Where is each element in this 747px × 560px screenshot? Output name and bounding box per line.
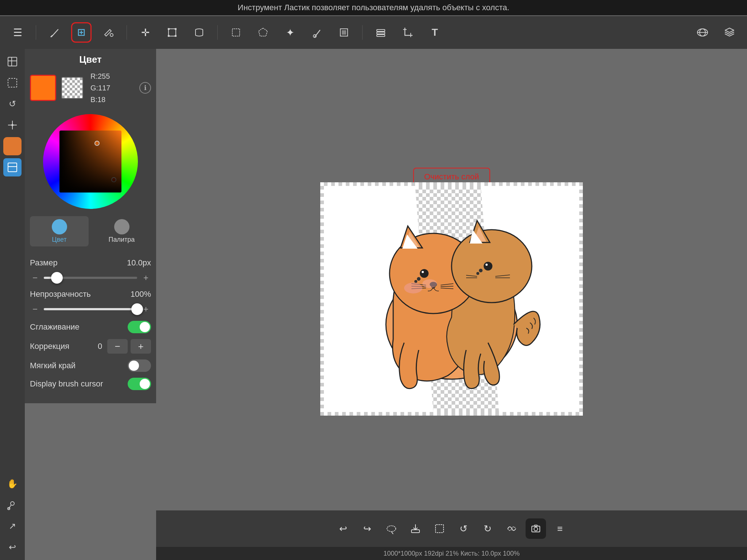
smoothing-toggle[interactable]	[128, 321, 151, 333]
rotate-ccw-button[interactable]: ↺	[453, 518, 474, 539]
size-plus[interactable]: +	[141, 273, 151, 283]
guides-button[interactable]	[3, 116, 22, 134]
tab-color[interactable]: Цвет	[30, 216, 89, 246]
correction-minus-btn[interactable]: −	[107, 339, 128, 354]
svg-point-71	[422, 279, 437, 288]
lasso-button[interactable]	[381, 518, 402, 539]
color-tab-label: Цвет	[52, 236, 66, 244]
more-menu-button[interactable]: ≡	[550, 518, 570, 539]
correction-plus-btn[interactable]: +	[131, 339, 151, 354]
left-sidebar: ↺ ✋ ↗ ↩	[0, 49, 25, 560]
fill-tool-button[interactable]	[98, 22, 119, 43]
brush-color-button[interactable]	[3, 137, 22, 155]
pencil-tool-button[interactable]	[44, 22, 65, 43]
hand-tool-button[interactable]: ✋	[3, 475, 22, 493]
toolbar-sep-4	[362, 25, 363, 40]
color-gradient-square[interactable]	[59, 131, 121, 192]
share-tool-button[interactable]: ↗	[3, 517, 22, 535]
save-button[interactable]	[405, 518, 426, 539]
canvas[interactable]	[320, 182, 583, 416]
layers-panel-button[interactable]	[3, 52, 22, 71]
redo-button[interactable]: ↪	[357, 518, 378, 539]
soft-edge-toggle[interactable]	[128, 359, 151, 372]
opacity-minus[interactable]: −	[30, 304, 40, 314]
b-value: B:18	[90, 94, 110, 105]
color-picker-dot-bottom[interactable]	[111, 177, 116, 182]
svg-rect-77	[436, 525, 444, 533]
transform-button[interactable]	[162, 22, 182, 43]
color-wheel-area[interactable]	[25, 110, 156, 213]
svg-point-62	[484, 262, 492, 271]
layers-button[interactable]	[371, 22, 391, 43]
color-info-button[interactable]: ℹ	[139, 82, 151, 94]
display-brush-cursor-toggle[interactable]	[128, 378, 151, 390]
color-tab-icon	[52, 219, 67, 234]
layer-button-2[interactable]	[3, 158, 22, 176]
size-slider-thumb[interactable]	[51, 272, 63, 284]
display-brush-cursor-knob	[140, 379, 150, 389]
svg-rect-10	[232, 29, 240, 36]
toolbar-sep-1	[36, 25, 36, 40]
text-button[interactable]: T	[425, 22, 445, 43]
select-rect-button[interactable]	[226, 22, 246, 43]
status-text: 1000*1000px 192dpi 21% Кисть: 10.0px 100…	[383, 550, 519, 557]
share-button[interactable]	[692, 22, 713, 43]
color-tabs: Цвет Палитра	[25, 213, 156, 250]
palette-tab-label: Палитра	[109, 236, 135, 244]
size-minus[interactable]: −	[30, 273, 40, 283]
svg-rect-27	[8, 78, 17, 87]
select-rect-bottom-button[interactable]	[429, 518, 450, 539]
opacity-slider-row: − +	[30, 304, 151, 314]
secondary-color-swatch[interactable]	[61, 77, 83, 99]
color-wheel-wrap[interactable]	[43, 114, 138, 209]
move-button[interactable]: ✛	[135, 22, 155, 43]
warp-button[interactable]	[189, 22, 209, 43]
selection-panel-button[interactable]	[3, 74, 22, 92]
correction-row: Коррекция 0 − +	[30, 339, 151, 354]
crop-button[interactable]	[398, 22, 418, 43]
svg-point-70	[404, 283, 422, 293]
paint-button[interactable]	[334, 22, 354, 43]
tool-settings-panel: Инструмент Ластик Размер 10.0px − + Непр…	[25, 235, 156, 403]
r-value: R:255	[90, 70, 110, 82]
undo-button[interactable]: ↩	[333, 518, 353, 539]
menu-button[interactable]: ☰	[7, 22, 28, 43]
primary-color-swatch[interactable]	[30, 75, 56, 101]
color-picker-dot-top[interactable]	[94, 141, 100, 146]
svg-rect-32	[8, 163, 17, 172]
svg-rect-6	[168, 35, 170, 37]
correction-buttons: − +	[107, 339, 151, 354]
rotate-tool-button[interactable]: ↺	[3, 95, 22, 113]
color-swatches: R:255 G:117 B:18 ℹ	[25, 70, 156, 110]
magic-select-button[interactable]: ✦	[280, 22, 300, 43]
tab-palette[interactable]: Палитра	[92, 216, 151, 246]
svg-rect-24	[8, 57, 17, 66]
svg-rect-4	[168, 28, 170, 30]
correction-value: 0	[93, 342, 107, 351]
back-button[interactable]: ↩	[3, 538, 22, 556]
rgb-values: R:255 G:117 B:18	[90, 70, 110, 105]
notification-bar: Инструмент Ластик позволяет пользователя…	[0, 0, 747, 15]
opacity-slider-thumb[interactable]	[131, 303, 143, 315]
smoothing-toggle-knob	[140, 322, 150, 332]
svg-point-30	[11, 124, 13, 126]
svg-rect-7	[175, 35, 177, 37]
flip-button[interactable]	[502, 518, 522, 539]
svg-rect-16	[377, 35, 385, 36]
svg-point-60	[417, 277, 421, 281]
layer-stack-button[interactable]	[719, 22, 740, 43]
camera-button[interactable]	[526, 518, 546, 539]
svg-point-65	[476, 272, 479, 275]
bottom-toolbar: ↩ ↪ ↺ ↻ ≡	[156, 510, 747, 547]
opacity-slider-track[interactable]	[44, 308, 137, 310]
select-free-button[interactable]	[253, 22, 273, 43]
eyedropper-button[interactable]	[3, 496, 22, 514]
color-pick-button[interactable]	[307, 22, 327, 43]
size-value: 10.0px	[125, 258, 151, 268]
rotate-cw-button[interactable]: ↻	[477, 518, 498, 539]
eraser-tool-button[interactable]	[71, 22, 92, 43]
main-toolbar: ☰ ✛	[0, 16, 747, 49]
canvas-artwork	[320, 182, 583, 416]
size-slider-track[interactable]	[44, 277, 137, 279]
smoothing-row: Сглаживание	[30, 321, 151, 333]
